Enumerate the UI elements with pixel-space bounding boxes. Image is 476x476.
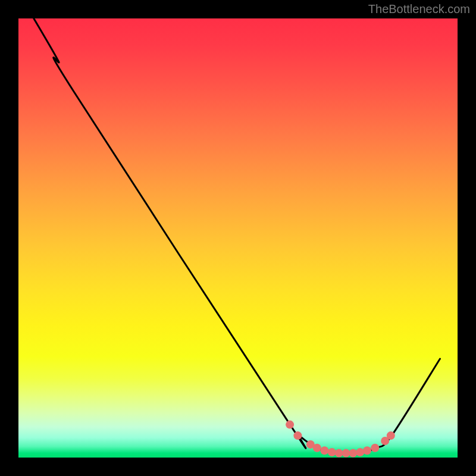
- chart-marker: [349, 449, 357, 458]
- chart-marker: [328, 448, 336, 456]
- chart-marker: [286, 421, 294, 429]
- chart-svg: [18, 18, 458, 458]
- attribution-text: TheBottleneck.com: [368, 2, 470, 16]
- chart-marker: [313, 444, 321, 452]
- chart-marker: [371, 444, 379, 452]
- chart-curve: [34, 18, 440, 454]
- chart-plot-area: [18, 18, 458, 458]
- chart-marker: [293, 431, 302, 440]
- chart-marker: [363, 446, 371, 455]
- chart-marker: [387, 431, 395, 440]
- chart-marker: [356, 448, 364, 456]
- chart-marker: [320, 446, 328, 455]
